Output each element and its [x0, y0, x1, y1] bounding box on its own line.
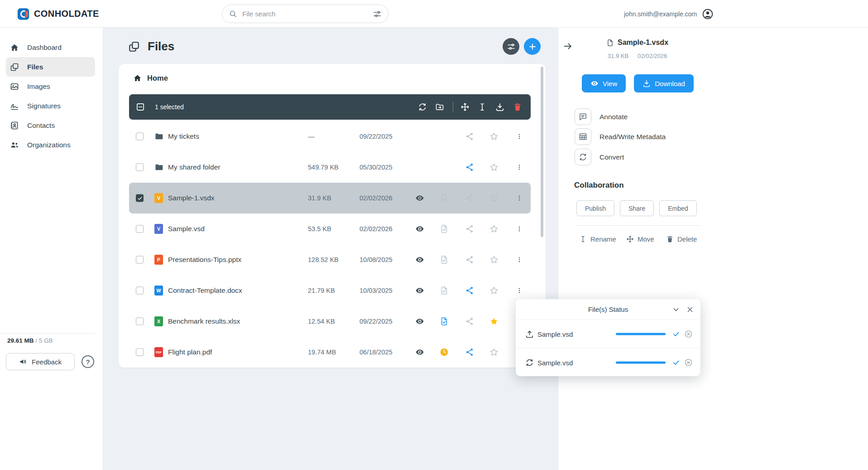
- sidebar-item-files[interactable]: Files: [6, 57, 95, 77]
- refresh-button[interactable]: [418, 102, 427, 111]
- share-icon[interactable]: [465, 348, 474, 357]
- file-date: 02/02/2026: [360, 194, 393, 202]
- table-row[interactable]: My tickets—09/22/2025: [129, 121, 531, 152]
- chevron-down-icon[interactable]: [672, 305, 680, 314]
- convert-action[interactable]: Convert: [575, 149, 624, 165]
- top-header: CONHOLDATE john.smith@example.com: [0, 0, 868, 28]
- brand[interactable]: CONHOLDATE: [17, 0, 99, 28]
- status-item: Sample.vsd: [516, 320, 700, 348]
- share-icon[interactable]: [465, 317, 474, 326]
- preview-eye-icon[interactable]: [415, 194, 424, 203]
- star-icon[interactable]: [489, 317, 499, 326]
- kebab-menu-icon[interactable]: [516, 255, 523, 264]
- status-list: Sample.vsdSample.vsd: [516, 320, 700, 376]
- kebab-menu-icon[interactable]: [516, 286, 523, 295]
- preview-eye-icon[interactable]: [415, 348, 424, 357]
- row-checkbox[interactable]: [136, 318, 144, 325]
- file-converted-icon[interactable]: [440, 317, 449, 326]
- star-icon[interactable]: [489, 224, 499, 233]
- pending-clock-icon[interactable]: [440, 348, 449, 357]
- kebab-menu-icon[interactable]: [516, 194, 523, 203]
- share-icon[interactable]: [465, 194, 474, 203]
- move-button[interactable]: [460, 102, 470, 111]
- sidebar-item-signatures[interactable]: Signatures: [6, 96, 95, 116]
- search-filter-icon[interactable]: [373, 10, 382, 19]
- star-icon[interactable]: [489, 194, 499, 203]
- share-icon[interactable]: [465, 286, 474, 295]
- preview-eye-icon[interactable]: [415, 224, 424, 233]
- cancel-circle-icon[interactable]: [684, 330, 693, 339]
- cancel-circle-icon[interactable]: [684, 358, 693, 367]
- row-checkbox[interactable]: [136, 164, 144, 171]
- file-status-icon[interactable]: [440, 286, 449, 295]
- table-row[interactable]: VSample.vsd53.5 KB02/02/2026: [129, 213, 531, 244]
- detail-download-button[interactable]: Download: [634, 74, 694, 92]
- row-checkbox[interactable]: [136, 256, 144, 264]
- table-row[interactable]: XBenchmark results.xlsx12.54 KB09/22/202…: [129, 306, 531, 337]
- sidebar-item-organizations[interactable]: Organizations: [6, 135, 95, 155]
- metadata-action[interactable]: Read/Write Metadata: [575, 128, 666, 145]
- table-row[interactable]: VSample-1.vsdx31.9 KB02/02/2026: [129, 183, 531, 213]
- download-button[interactable]: [495, 102, 504, 111]
- share-icon[interactable]: [465, 255, 474, 264]
- share-button[interactable]: Share: [620, 200, 654, 216]
- preview-eye-icon[interactable]: [415, 286, 424, 295]
- convert-label: Convert: [599, 153, 624, 161]
- rename-action[interactable]: Rename: [579, 235, 616, 243]
- breadcrumb[interactable]: Home: [133, 74, 168, 82]
- file-status-icon[interactable]: [440, 255, 449, 264]
- preview-eye-icon[interactable]: [415, 317, 424, 326]
- sidebar-item-contacts[interactable]: Contacts: [6, 116, 95, 135]
- kebab-menu-icon[interactable]: [516, 224, 523, 233]
- view-button[interactable]: View: [582, 74, 626, 92]
- kebab-menu-icon[interactable]: [516, 132, 523, 141]
- avatar[interactable]: [702, 8, 714, 20]
- search-input[interactable]: [242, 10, 368, 18]
- annotate-action[interactable]: Annotate: [575, 108, 628, 125]
- table-row[interactable]: PPresentations-Tips.pptx128.52 KB10/08/2…: [129, 244, 531, 275]
- table-row[interactable]: WContract-Template.docx21.79 KB10/03/202…: [129, 275, 531, 306]
- collapse-panel-button[interactable]: [563, 41, 573, 51]
- preview-eye-icon[interactable]: [415, 255, 424, 264]
- table-row[interactable]: My shared folder549.79 KB05/30/2025: [129, 152, 531, 183]
- star-icon[interactable]: [489, 163, 499, 172]
- share-icon[interactable]: [465, 163, 474, 172]
- embed-button[interactable]: Embed: [659, 200, 696, 216]
- row-checkbox[interactable]: [136, 349, 144, 356]
- search-bar[interactable]: [222, 5, 388, 23]
- star-icon[interactable]: [489, 286, 499, 295]
- sidebar-item-dashboard[interactable]: Dashboard: [6, 38, 95, 57]
- row-checkbox[interactable]: [136, 225, 144, 233]
- kebab-menu-icon[interactable]: [516, 163, 523, 172]
- add-button[interactable]: [524, 38, 541, 55]
- delete-button[interactable]: [513, 102, 522, 111]
- feedback-button[interactable]: Feedback: [6, 353, 75, 370]
- sidebar-item-images[interactable]: Images: [6, 77, 95, 96]
- select-all-checkbox[interactable]: [136, 102, 145, 111]
- close-icon[interactable]: [686, 305, 694, 314]
- star-icon[interactable]: [489, 255, 499, 264]
- selected-count: 1 selected: [155, 103, 184, 111]
- row-checkbox[interactable]: [136, 287, 144, 295]
- file-date: 10/03/2025: [360, 287, 393, 294]
- scrollbar-thumb[interactable]: [541, 67, 543, 237]
- help-button[interactable]: ?: [82, 355, 94, 368]
- row-checkbox[interactable]: [136, 133, 144, 141]
- move-action[interactable]: Move: [626, 235, 654, 243]
- files-page-icon: [128, 41, 140, 53]
- publish-button[interactable]: Publish: [576, 200, 614, 216]
- star-icon[interactable]: [489, 132, 499, 141]
- delete-action[interactable]: Delete: [666, 235, 697, 243]
- filter-button[interactable]: [503, 38, 519, 55]
- file-status-icon[interactable]: [440, 194, 449, 203]
- table-row[interactable]: PDFFlight plan.pdf19.74 MB06/18/2025: [129, 337, 531, 368]
- share-icon[interactable]: [465, 224, 474, 233]
- rename-button[interactable]: [478, 102, 487, 111]
- star-icon[interactable]: [489, 348, 499, 357]
- download-label: Download: [655, 80, 685, 87]
- file-status-icon[interactable]: [440, 224, 449, 233]
- move-to-folder-button[interactable]: [435, 102, 444, 111]
- share-icon[interactable]: [465, 132, 474, 141]
- row-checkbox[interactable]: [136, 194, 144, 202]
- account-area[interactable]: john.smith@example.com: [624, 0, 714, 28]
